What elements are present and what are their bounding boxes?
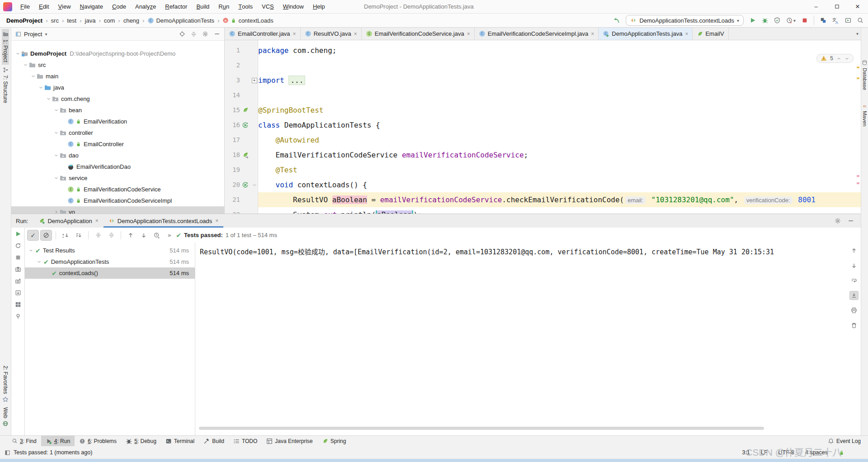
gutter-run-gutter-icon[interactable] [242,122,249,129]
editor-tab-emailverificationcodeservice-java[interactable]: I EmailVerificationCodeService.java× [362,28,475,40]
tree-item-emailcontroller[interactable]: C EmailController [11,138,224,150]
tool-stripe-database[interactable]: Database [861,57,868,92]
tree-chevron-icon[interactable] [52,108,60,113]
tree-chevron-icon[interactable] [29,74,37,79]
code-line-17[interactable]: 17 @Autowired [225,133,861,148]
scroll-up-button[interactable] [849,246,859,255]
readonly-lock-icon[interactable] [839,450,844,456]
gear-icon[interactable] [202,31,208,37]
toolwindow-toggle-icon[interactable] [5,450,10,456]
test-node-test-results[interactable]: ✔ Test Results 514 ms [25,245,195,256]
editor-tab-emailverificationcodeserviceimpl-java[interactable]: C EmailVerificationCodeServiceImpl.java× [475,28,599,40]
rerun-failed-button[interactable] [15,243,21,249]
caret-position[interactable]: 3:1 [742,449,750,456]
hide-run-panel-icon[interactable] [848,218,854,224]
close-icon[interactable]: × [354,31,357,37]
indent-style[interactable]: 4 spaces [805,449,828,456]
breadcrumb-item[interactable]: mcontextLoads [222,17,273,24]
close-icon[interactable]: × [293,31,296,37]
menu-edit[interactable]: Edit [34,0,53,13]
tool-stripe-2-favorites[interactable]: 2: Favorites [2,363,9,405]
tree-item-emailverificationdao[interactable]: EmailVerificationDao [11,161,224,172]
toolwindow-button--debug[interactable]: 5: Debug [121,436,161,446]
menu-tools[interactable]: Tools [234,0,257,13]
translate-icon[interactable]: 文A [832,17,839,24]
breadcrumb-item[interactable]: src [51,17,59,24]
tree-item-emailverification[interactable]: C EmailVerification [11,116,224,127]
editor-tab-demoapplicationtests-java[interactable]: C DemoApplicationTests.java× [599,28,693,40]
code-line-22[interactable]: 22 System.out.println(aBoolean); [225,207,861,214]
expand-all-button[interactable] [92,230,104,241]
toolwindow-button-build[interactable]: Build [199,436,229,446]
close-icon[interactable]: × [591,31,594,37]
tree-chevron-icon[interactable] [45,96,52,101]
tree-chevron-icon[interactable] [37,85,44,90]
menu-refactor[interactable]: Refactor [160,0,192,13]
sort-by-duration-button[interactable] [73,230,85,241]
line-ending[interactable]: LF [761,449,768,456]
code-line-1[interactable]: 1 package com.cheng; [225,43,861,58]
menu-code[interactable]: Code [108,0,131,13]
chevron-down-icon[interactable]: ▾ [45,32,47,37]
status-message[interactable]: Tests passed: 1 (moments ago) [14,449,92,456]
tree-chevron-icon[interactable] [37,259,42,264]
toolwindow-button--run[interactable]: 4: Run [41,436,75,446]
code-line-14[interactable]: 14 [225,88,861,103]
fold-expand-icon[interactable]: + [252,78,257,83]
tool-stripe-7-structure[interactable]: 7: Structure [2,65,9,105]
run-configuration-select[interactable]: DemoApplicationTests.contextLoads ▾ [626,15,744,26]
tree-chevron-icon[interactable] [14,51,21,56]
show-passed-button[interactable]: ✓ [27,230,39,241]
minimize-button[interactable]: – [806,0,826,13]
menu-window[interactable]: Window [278,0,308,13]
collapse-all-button[interactable] [105,230,117,241]
breadcrumb-item[interactable]: DemoProject [6,17,42,24]
run-button[interactable] [750,17,756,24]
menu-vcs[interactable]: VCS [257,0,278,13]
thread-dump-button[interactable] [15,266,21,272]
tree-item-demoproject[interactable]: DemoProjectD:\IdeaPorject\spring-boot-Pr… [11,48,224,59]
menu-build[interactable]: Build [192,0,214,13]
toolwindow-button-terminal[interactable]: Terminal [161,436,199,446]
menu-help[interactable]: Help [308,0,330,13]
code-line-20[interactable]: 20 void contextLoads() { [225,177,861,192]
search-everywhere-icon[interactable] [857,17,863,24]
error-stripe-highlight[interactable] [857,182,859,184]
menu-view[interactable]: View [53,0,75,13]
code-line-21[interactable]: 21 ResultVO aBoolean = emailVerification… [225,192,861,207]
tree-item-service[interactable]: service [11,172,224,184]
maximize-button[interactable] [826,0,847,13]
menu-file[interactable]: File [16,0,34,13]
toolwindow-button--problems[interactable]: 6: Problems [75,436,121,446]
tree-item-dao[interactable]: dao [11,150,224,161]
close-icon[interactable]: × [95,218,99,224]
services-icon[interactable] [820,17,826,24]
tree-item-controller[interactable]: controller [11,127,224,138]
error-stripe-highlight[interactable] [857,175,859,177]
code-line-16[interactable]: 16 class DemoApplicationTests { [225,118,861,133]
breadcrumb-item[interactable]: test [67,17,76,24]
next-problem-icon[interactable] [844,56,849,61]
run-tab-demoapplication[interactable]: DemoApplication × [33,214,103,228]
profiler-button[interactable]: ▾ [786,17,796,24]
run-settings-gear-icon[interactable] [835,218,841,224]
gutter-run-gutter-icon[interactable] [242,181,249,188]
hide-panel-icon[interactable] [214,31,220,37]
tool-stripe-web[interactable]: Web [2,405,9,429]
close-icon[interactable]: × [467,31,470,37]
tree-chevron-icon[interactable] [52,153,60,158]
close-icon[interactable]: × [215,218,218,224]
event-log-button[interactable]: Event Log [828,438,868,444]
leaf-gutter-icon[interactable] [242,107,249,114]
tree-chevron-icon[interactable] [52,176,60,181]
tree-item-bean[interactable]: bean [11,105,224,116]
file-encoding[interactable]: UTF-8 [778,449,794,456]
scroll-to-end-button[interactable] [849,291,859,300]
toolbar-overflow-icon[interactable]: » [168,232,171,238]
breadcrumb-item[interactable]: cheng [123,17,139,24]
menu-run[interactable]: Run [214,0,234,13]
toolwindow-button-java-enterprise[interactable]: Java Enterprise [262,436,317,446]
tabs-dropdown-button[interactable]: ▾ [854,28,861,40]
close-icon[interactable]: × [685,31,688,37]
error-stripe-warning[interactable] [857,67,859,68]
